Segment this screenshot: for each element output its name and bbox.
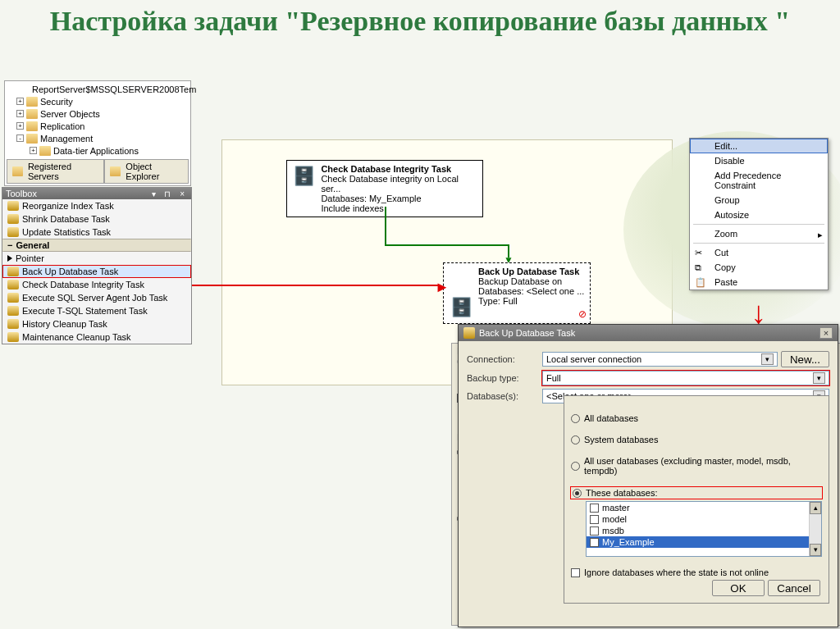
guide-arrow-head-icon: ► (435, 279, 450, 296)
ok-button[interactable]: OK (712, 580, 765, 596)
toolbox-section-general[interactable]: − General (2, 239, 191, 252)
database-list-item[interactable]: model (587, 513, 821, 525)
tree-item[interactable]: ReportServer$MSSQLSERVER2008Tem (7, 83, 189, 95)
slide-title: Настройка задачи "Резервное копирование … (0, 0, 840, 37)
checkbox-icon[interactable] (590, 515, 599, 524)
checkbox-icon[interactable] (590, 526, 599, 536)
toolbox-window-buttons[interactable]: ▾ ⊓ × (152, 189, 188, 198)
toolbox-item[interactable]: Update Statistics Task (2, 226, 191, 239)
new-connection-button[interactable]: New... (781, 351, 829, 367)
database-check-icon: 🗄️ (292, 164, 316, 189)
scrollbar[interactable]: ▴ ▾ (809, 502, 821, 556)
task-icon (7, 319, 19, 329)
explorer-tabs: Registered Servers Object Explorer (7, 159, 189, 184)
dialog-icon (463, 327, 475, 339)
expand-icon[interactable]: + (30, 147, 37, 154)
expand-icon[interactable]: - (16, 134, 24, 142)
context-menu-item[interactable]: 📋Paste (690, 275, 828, 289)
checkbox-icon[interactable] (590, 504, 599, 513)
task-backup-database[interactable]: 🗄️ Back Up Database Task Backup Database… (443, 262, 591, 324)
toolbox-item[interactable]: Maintenance Cleanup Task (2, 330, 191, 344)
radio-all-databases[interactable]: All databases (571, 413, 822, 423)
chevron-down-icon: ▾ (761, 353, 774, 365)
connection-combo[interactable]: Local server connection▾ (542, 352, 778, 367)
context-menu-item[interactable]: Edit... (690, 139, 828, 153)
context-menu-item[interactable]: Group (690, 193, 828, 207)
task2-title: Back Up Database Task (478, 267, 584, 276)
context-menu: Edit...DisableAdd Precedence ConstraintG… (689, 138, 829, 290)
context-menu-item[interactable]: ⧉Copy (690, 260, 828, 275)
radio-these-databases[interactable]: These databases: (571, 487, 822, 499)
expand-icon[interactable]: + (16, 110, 24, 117)
context-menu-item[interactable]: Zoom▸ (690, 226, 828, 241)
server-icon (12, 166, 23, 176)
tree-item[interactable]: +Security (7, 95, 189, 107)
scroll-up-icon[interactable]: ▴ (810, 502, 821, 514)
database-list-item[interactable]: ✓My_Example (587, 536, 821, 548)
folder-icon (26, 97, 38, 107)
context-menu-item[interactable]: Disable (690, 153, 828, 168)
toolbox-pane: Toolbox ▾ ⊓ × Reorganize Index TaskShrin… (2, 187, 192, 344)
toolbox-item[interactable]: Back Up Database Task (2, 265, 191, 278)
toolbox-item-label: Check Database Integrity Task (22, 280, 144, 289)
tree-item[interactable]: +Server Objects (7, 107, 189, 120)
tree-item-label: Management (40, 134, 93, 144)
database-list-item[interactable]: master (587, 502, 821, 513)
connector-line (385, 244, 508, 246)
submenu-arrow-icon: ▸ (818, 230, 823, 240)
backup-task-dialog: Back Up Database Task × Connection: Loca… (458, 324, 838, 627)
toolbox-item[interactable]: Reorganize Index Task (2, 199, 191, 212)
task-icon (7, 267, 19, 276)
toolbox-title-bar: Toolbox ▾ ⊓ × (2, 188, 191, 199)
toolbox-item[interactable]: History Cleanup Task (2, 317, 191, 330)
checkbox-icon[interactable]: ✓ (590, 538, 599, 547)
cut-icon: ✂ (695, 248, 706, 259)
chk-ignore-offline[interactable]: Ignore databases where the state is not … (571, 567, 822, 577)
toolbox-item[interactable]: Shrink Database Task (2, 212, 191, 226)
backup-type-combo[interactable]: Full▾ (542, 371, 829, 385)
toolbox-item-label: Reorganize Index Task (22, 201, 114, 211)
task2-line3: Type: Full (478, 296, 584, 306)
close-button[interactable]: × (819, 327, 833, 339)
databases-listbox[interactable]: mastermodelmsdb✓My_Example ▴ ▾ (586, 501, 822, 557)
database-list-item[interactable]: msdb (587, 525, 821, 536)
context-menu-item[interactable]: Add Precedence Constraint (690, 168, 828, 193)
task1-line3: Include indexes (321, 203, 477, 213)
context-menu-item[interactable]: Autosize (690, 207, 828, 222)
radio-user-databases[interactable]: All user databases (excluding master, mo… (571, 456, 822, 476)
context-menu-item[interactable]: ✂Cut (690, 245, 828, 260)
folder-icon (26, 121, 38, 131)
tree-item[interactable]: -Management (7, 132, 189, 144)
tab-registered-servers[interactable]: Registered Servers (7, 160, 104, 184)
toolbox-item[interactable]: Execute SQL Server Agent Job Task (2, 291, 191, 304)
task2-line1: Backup Database on (478, 276, 584, 286)
menu-separator (693, 224, 824, 225)
database-name: master (602, 503, 630, 513)
task-icon (7, 201, 19, 211)
toolbox-item-label: History Cleanup Task (22, 319, 107, 329)
collapse-icon: − (7, 240, 12, 250)
radio-system-databases[interactable]: System databases (571, 435, 822, 444)
toolbox-item-label: Shrink Database Task (22, 214, 110, 224)
connection-label: Connection: (467, 354, 542, 364)
tree-item[interactable]: +Replication (7, 120, 189, 132)
toolbox-item[interactable]: Execute T-SQL Statement Task (2, 304, 191, 317)
task-icon (7, 280, 19, 289)
expand-icon[interactable]: + (16, 122, 24, 130)
paste-icon: 📋 (695, 277, 706, 289)
tree-item[interactable]: +Data-tier Applications (7, 144, 189, 157)
cancel-button[interactable]: Cancel (768, 580, 820, 596)
guide-arrow-line (192, 285, 438, 286)
databases-label: Database(s): (467, 391, 542, 401)
toolbox-item[interactable]: Pointer (2, 252, 191, 265)
task-icon (7, 214, 19, 224)
object-explorer-pane: ReportServer$MSSQLSERVER2008Tem+Security… (4, 80, 191, 186)
tree-item-label: Data-tier Applications (53, 146, 139, 156)
database-name: My_Example (602, 537, 655, 547)
tab-object-explorer[interactable]: Object Explorer (104, 160, 189, 184)
scroll-down-icon[interactable]: ▾ (810, 544, 821, 556)
folder-icon (39, 146, 51, 156)
expand-icon[interactable]: + (16, 98, 24, 105)
folder-icon (26, 134, 38, 144)
toolbox-item[interactable]: Check Database Integrity Task (2, 278, 191, 291)
